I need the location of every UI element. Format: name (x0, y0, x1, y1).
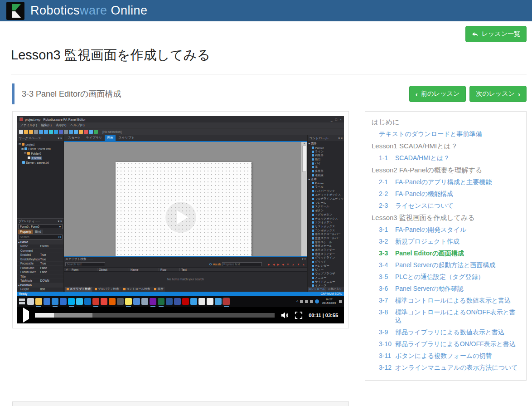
property-row[interactable]: FocusHoverFalse (17, 270, 63, 275)
tree-expander-icon[interactable]: ⊞ (21, 147, 24, 151)
script-panel-tab[interactable]: コントロール検索 (121, 287, 152, 292)
lesson-item[interactable]: 3-8標準コントロールによるON/OFF表示と書込 (372, 307, 520, 327)
toolbar-icon[interactable] (54, 130, 58, 134)
tree-item[interactable]: ⊞Folder0 (19, 151, 63, 156)
toolbox-item[interactable]: 水平スケール (309, 240, 344, 245)
onenote-icon[interactable] (150, 298, 156, 305)
lesson-item[interactable]: 3-6Panel Serverの動作確認 (372, 283, 520, 295)
toolbox-item[interactable]: 連続線 (309, 173, 344, 177)
tree-item[interactable]: Form0 (19, 156, 63, 160)
video-player[interactable]: project.rwp - Roboticsware FA-Panel Edit… (17, 116, 344, 323)
toolbox-item[interactable]: グリッドライン (309, 256, 344, 260)
toolbar-icon[interactable] (74, 130, 78, 134)
tray-app-icon[interactable] (315, 299, 319, 303)
lesson-item[interactable]: 3-5PLCとの通信設定（タグ登録） (372, 271, 520, 283)
property-group[interactable]: ▴ Basic (17, 240, 63, 245)
document-tab[interactable]: スクリプト (116, 135, 137, 141)
photos-icon[interactable] (52, 298, 58, 305)
task-view-icon[interactable] (27, 298, 34, 305)
toolbox-item[interactable]: スクロール (309, 205, 344, 209)
start-button-icon[interactable] (19, 298, 25, 304)
toolbar-icon[interactable] (69, 130, 73, 134)
prev-lesson-button[interactable]: ‹ 前のレッスン (409, 86, 466, 102)
property-row[interactable]: Title (17, 274, 63, 279)
menu-item[interactable]: 編集(E) (41, 123, 52, 127)
toolbar-icon[interactable] (19, 130, 23, 134)
edge-icon[interactable] (84, 298, 91, 305)
property-row[interactable]: NameForm0 (17, 245, 63, 249)
taskbar-clock[interactable]: 16:27 2018/10/03 (322, 298, 336, 305)
toolbox-item[interactable]: グリッド (309, 260, 344, 264)
file-explorer-icon[interactable] (35, 298, 42, 305)
canvas-vertical-scrollbar[interactable]: ▲ (301, 142, 307, 256)
lesson-item[interactable]: 2-1FA-Panelのアプリ構成と主要機能 (372, 176, 520, 188)
fa-panel-editor-icon[interactable] (223, 298, 230, 305)
tree-item[interactable]: ⊞Client : client.xml (19, 147, 63, 151)
script-search-input[interactable]: Search text (65, 262, 105, 266)
tree-item[interactable]: ⊞project (19, 142, 63, 147)
toolbox-item[interactable]: マルチラインエディットボックス (309, 197, 344, 201)
toolbar-icon[interactable] (29, 130, 33, 134)
filezilla-icon[interactable] (182, 298, 189, 305)
lesson-item[interactable]: 3-2新規プロジェクト作成 (372, 236, 520, 248)
window-button[interactable]: □ (335, 118, 337, 121)
toolbar-icon[interactable] (24, 130, 28, 134)
property-row[interactable]: Height800 (17, 288, 63, 292)
toolbox-item[interactable]: フレーム (309, 201, 344, 205)
toolbox-item[interactable]: チェックボックス (309, 217, 344, 221)
play-overlay-button[interactable] (164, 200, 198, 235)
toolbox-item[interactable]: ラジオボタン (309, 220, 344, 225)
fullscreen-icon[interactable] (295, 311, 303, 319)
toolbox-item[interactable]: トグルボタン (309, 213, 344, 217)
toolbox-item[interactable]: 垂直スライダー (309, 252, 344, 256)
property-tab[interactable]: Property (18, 230, 33, 234)
property-row[interactable]: Comment (17, 249, 63, 253)
toolbox-item[interactable]: 垂直スクロールバー (309, 236, 344, 240)
toolbar-icon[interactable] (79, 130, 83, 134)
window-button[interactable]: _ (331, 118, 333, 121)
form-canvas[interactable]: ▲ (64, 142, 307, 256)
tree-item[interactable]: Server : server.txt (19, 160, 63, 165)
toolbox-item[interactable]: Pointer (309, 146, 344, 150)
script-panel-tab[interactable]: プロパティ検索 (93, 287, 121, 292)
toolbox-item[interactable]: 水平スライダー (309, 248, 344, 252)
lesson-item[interactable]: 2-3ライセンスについて (372, 200, 520, 212)
toolbox-item[interactable]: エディットボックス (309, 193, 344, 197)
tray-volume-icon[interactable] (300, 300, 303, 303)
toolbar-icon[interactable] (64, 130, 68, 134)
chrome-icon[interactable] (101, 298, 107, 305)
toolbox-item[interactable]: ハイパーリンク (309, 189, 344, 193)
lesson-item[interactable]: 3-12オンラインマニュアルの表示方法について (372, 362, 520, 374)
toolbox-item[interactable]: ライン (309, 150, 344, 154)
lesson-item[interactable]: 3-10部品ライブラリによるON/OFF表示と書込 (372, 338, 520, 350)
toolbar-icon[interactable] (39, 130, 43, 134)
menu-item[interactable]: 表示(V) (56, 123, 66, 127)
script-nav-icons[interactable]: ▶ ◀ ▶ ◀ ▼ ▲ ▼ ▲ (268, 263, 306, 266)
tree-expander-icon[interactable]: ⊞ (19, 142, 21, 146)
window-button[interactable]: × (340, 118, 342, 121)
tray-caret-icon[interactable]: ^ (296, 299, 298, 303)
toolbox-item[interactable]: 垂直スケール (309, 245, 344, 249)
toolbox-group-header[interactable]: ▸ 図形 (309, 142, 344, 146)
toolbar-icon[interactable] (49, 130, 53, 134)
toolbox-item[interactable]: 四角形 (309, 153, 344, 157)
script-replace-input[interactable]: Replace text (222, 262, 262, 266)
next-lesson-button[interactable]: 次のレッスン › (469, 86, 527, 102)
toolbox-group-header[interactable]: ▸ 基本 (309, 177, 344, 181)
toolbox-item[interactable]: 多角形 (309, 169, 344, 173)
roboticsware-logo-icon[interactable] (6, 2, 24, 20)
inkscape-icon[interactable] (117, 298, 124, 305)
lesson-item[interactable]: 3-7標準コントロールによる数値表示と書込 (372, 295, 520, 307)
mail-icon[interactable] (60, 298, 67, 305)
app-blue-icon[interactable] (44, 298, 50, 305)
toolbox-item[interactable]: ウェブブラウザ (309, 272, 344, 276)
property-row[interactable]: EnableKeyInputTrue (17, 257, 63, 262)
keepass-icon[interactable] (141, 298, 148, 305)
property-row[interactable]: EnabledTrue (17, 253, 63, 258)
document-tab[interactable]: ライブラリ (84, 135, 105, 141)
property-row[interactable]: TabModeDOWN (17, 279, 63, 284)
excel-icon[interactable] (158, 298, 164, 305)
property-row[interactable]: FocusStartFalse (17, 266, 63, 270)
toolbox-item[interactable]: メニュー (309, 276, 344, 280)
property-group[interactable]: ▴ Position (17, 283, 63, 288)
